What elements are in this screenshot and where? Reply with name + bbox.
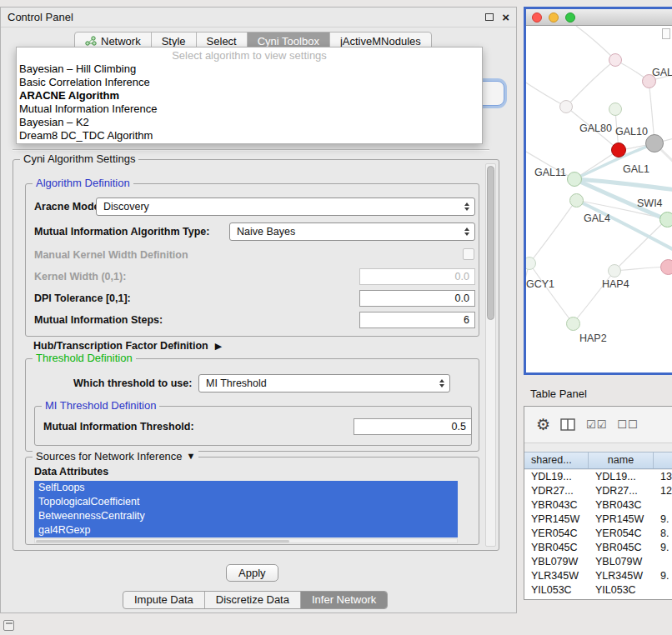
network-node[interactable]	[608, 264, 621, 278]
which-threshold-label: Which threshold to use:	[73, 378, 192, 389]
node-label: SWI4	[637, 198, 663, 209]
sources-group: Sources for Network Inference ▼ Data Att…	[25, 457, 479, 545]
network-node-gray[interactable]	[645, 134, 664, 152]
window-minimize-button[interactable]	[549, 12, 559, 22]
network-node-pink[interactable]	[660, 259, 672, 275]
column-header-name[interactable]: name	[589, 452, 654, 468]
mi-threshold-input[interactable]: 0.5	[354, 418, 472, 435]
network-node[interactable]	[659, 212, 672, 228]
tab-style-label: Style	[162, 35, 186, 48]
dropdown-item[interactable]: Dream8 DC_TDC Algorithm	[17, 129, 482, 142]
network-node[interactable]	[567, 172, 582, 187]
dropdown-item-selected[interactable]: ARACNE Algorithm	[17, 89, 482, 102]
tab-discretize-data[interactable]: Discretize Data	[205, 592, 301, 608]
aracne-mode-value: Discovery	[103, 201, 149, 212]
combo-stepper-icon	[464, 202, 469, 211]
table-body: YDL19...YDL19...13 YDR27...YDR27...12 YB…	[524, 470, 672, 599]
network-node-selected-red[interactable]	[611, 142, 626, 158]
select-all-checkboxes-icon[interactable]: ☑☑	[586, 418, 607, 431]
cyni-settings-group-title: Cyni Algorithm Settings	[20, 152, 138, 165]
node-label: GAL4	[584, 212, 610, 224]
column-header-shared-name[interactable]: shared...	[524, 452, 589, 468]
table-row[interactable]: YER054CYER054C8.	[524, 527, 672, 541]
data-attributes-label: Data Attributes	[34, 466, 108, 478]
clear-all-checkboxes-icon[interactable]: ☐☐	[617, 418, 638, 431]
hub-tf-section-label: Hub/Transcription Factor Definition	[33, 340, 208, 352]
mi-type-value: Naive Bayes	[237, 226, 295, 238]
dropdown-item[interactable]: Basic Correlation Inference	[17, 76, 482, 89]
table-row[interactable]: YPR145WYPR145W9.	[524, 512, 672, 527]
table-row[interactable]: YDL19...YDL19...13	[524, 470, 672, 484]
table-row[interactable]: YDR27...YDR27...12	[524, 484, 672, 498]
settings-scrollbar[interactable]	[485, 163, 496, 547]
expanded-triangle-icon: ▼	[187, 452, 196, 461]
table-header: shared... name	[524, 452, 672, 469]
network-window-titlebar[interactable]	[526, 9, 672, 26]
tab-impute-data[interactable]: Impute Data	[123, 592, 205, 608]
close-icon[interactable]: ×	[502, 12, 509, 23]
attribute-list-hscrollbar[interactable]	[34, 538, 458, 543]
network-node[interactable]	[569, 193, 584, 208]
table-row[interactable]: YLR345WYLR345W9.	[524, 569, 672, 583]
network-icon	[85, 36, 97, 46]
manual-kernel-checkbox[interactable]	[463, 248, 474, 260]
attribute-item-selected[interactable]: SelfLoops	[34, 481, 458, 495]
window-zoom-button[interactable]	[565, 12, 575, 22]
control-panel-window: Control Panel × Network Style Select Cyn…	[0, 7, 517, 613]
dpi-tolerance-input[interactable]: 0.0	[359, 290, 475, 307]
settings-scrollbar-thumb[interactable]	[487, 166, 494, 320]
float-window-icon[interactable]	[485, 13, 494, 21]
dpi-tolerance-label: DPI Tolerance [0,1]:	[34, 292, 131, 304]
sources-group-title: Sources for Network Inference	[36, 450, 183, 462]
dropdown-item[interactable]: Bayesian – K2	[17, 116, 482, 129]
table-row[interactable]: YBR045CYBR045C9.	[524, 541, 672, 555]
attribute-item-selected[interactable]: TopologicalCoefficient	[34, 495, 458, 509]
apply-button[interactable]: Apply	[226, 564, 278, 582]
network-node[interactable]	[609, 53, 622, 67]
combo-stepper-icon	[464, 228, 469, 236]
attribute-list-hscrollbar-thumb[interactable]	[36, 540, 289, 542]
mi-type-select[interactable]: Naive Bayes	[229, 222, 475, 241]
bottom-tab-bar: Impute Data Discretize Data Infer Networ…	[123, 591, 388, 609]
hub-tf-section-toggle[interactable]: Hub/Transcription Factor Definition ▶	[33, 340, 222, 352]
network-node[interactable]	[609, 102, 622, 116]
sources-group-toggle[interactable]: Sources for Network Inference ▼	[33, 450, 198, 462]
dropdown-item[interactable]: Mutual Information Inference	[17, 102, 482, 116]
tab-select-label: Select	[207, 35, 237, 48]
attribute-item-selected[interactable]: gal4RGexp	[34, 523, 458, 538]
aracne-mode-select[interactable]: Discovery	[96, 198, 475, 216]
node-label: HAP4	[602, 278, 629, 290]
which-threshold-select[interactable]: MI Threshold	[198, 374, 450, 392]
threshold-definition-group: Threshold Definition Which threshold to …	[25, 358, 479, 452]
control-panel-title: Control Panel	[8, 11, 73, 23]
table-row[interactable]: YBL079WYBL079W	[524, 555, 672, 569]
mi-steps-input[interactable]: 6	[359, 312, 475, 328]
collapsed-triangle-icon: ▶	[215, 342, 222, 351]
section-divider	[13, 149, 489, 151]
minimized-panel-icon[interactable]	[3, 620, 14, 631]
tab-impute-data-label: Impute Data	[134, 593, 193, 606]
table-row[interactable]: YBR043CYBR043C	[524, 498, 672, 512]
tab-infer-network[interactable]: Infer Network	[301, 592, 387, 608]
column-header-extra[interactable]	[654, 452, 672, 468]
table-row[interactable]: YIL053CYIL053C	[524, 583, 672, 598]
control-panel-titlebar: Control Panel ×	[1, 8, 516, 28]
dropdown-item[interactable]: Bayesian – Hill Climbing	[17, 62, 482, 76]
columns-icon[interactable]	[560, 418, 576, 432]
window-close-button[interactable]	[532, 12, 542, 22]
algorithm-dropdown-popup: Select algorithm to view settings Bayesi…	[16, 47, 483, 144]
gear-icon[interactable]: ⚙	[536, 417, 550, 433]
tab-discretize-data-label: Discretize Data	[216, 593, 289, 606]
tab-infer-network-label: Infer Network	[312, 593, 376, 606]
dropdown-placeholder: Select algorithm to view settings	[17, 49, 482, 62]
network-node[interactable]	[566, 317, 580, 331]
tab-network-label: Network	[101, 35, 141, 48]
canvas-scrollbar[interactable]	[662, 28, 670, 39]
which-threshold-value: MI Threshold	[206, 378, 267, 389]
network-node[interactable]	[559, 100, 573, 113]
kernel-width-input[interactable]: 0.0	[359, 268, 475, 285]
network-canvas[interactable]: GAL7 GAL80 GAL10 GAL11 GAL1 SWI4 GAL4 GC…	[526, 26, 672, 372]
apply-button-label: Apply	[238, 567, 266, 579]
node-label: GAL11	[534, 167, 566, 178]
attribute-item-selected[interactable]: BetweennessCentrality	[34, 509, 458, 523]
